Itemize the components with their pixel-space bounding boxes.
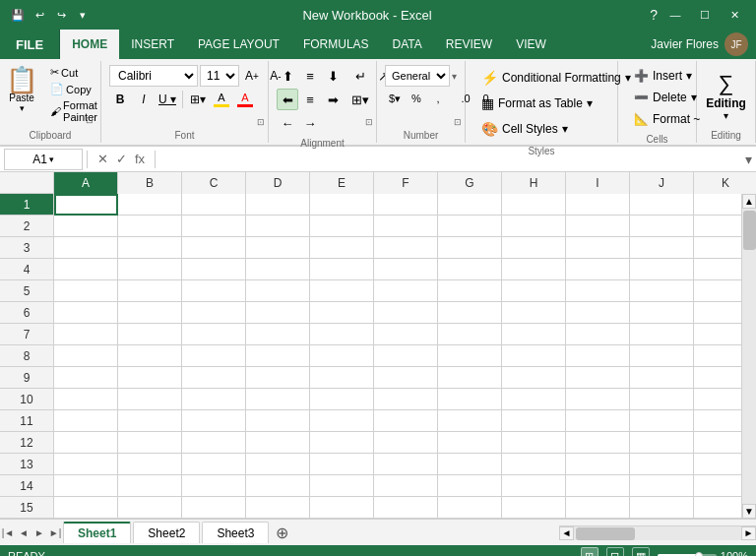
cell-I11[interactable] (566, 410, 630, 432)
cell-J15[interactable] (630, 497, 694, 519)
comma-button[interactable]: , (428, 89, 448, 108)
row-number-11[interactable]: 11 (0, 410, 53, 432)
format-button[interactable]: 📐 Format ~ (628, 110, 686, 128)
number-format-select[interactable]: General (385, 65, 450, 87)
sheet-nav-last[interactable]: ►| (47, 522, 63, 543)
cell-D14[interactable] (246, 475, 310, 497)
cell-D2[interactable] (246, 216, 310, 237)
cell-D6[interactable] (246, 302, 310, 324)
cell-K4[interactable] (694, 259, 741, 280)
cell-B13[interactable] (118, 454, 182, 475)
tab-formulas[interactable]: FORMULAS (291, 30, 381, 59)
cell-B5[interactable] (118, 280, 182, 302)
cell-H11[interactable] (502, 410, 566, 432)
cell-K11[interactable] (694, 410, 741, 432)
sheet-nav-prev[interactable]: ◄ (16, 522, 32, 543)
page-layout-view-button[interactable]: ⊡ (606, 547, 624, 556)
tab-review[interactable]: REVIEW (434, 30, 504, 59)
cell-E15[interactable] (310, 497, 374, 519)
cell-I4[interactable] (566, 259, 630, 280)
row-number-3[interactable]: 3 (0, 237, 53, 259)
percent-button[interactable]: % (407, 89, 426, 108)
cell-J10[interactable] (630, 389, 694, 410)
cell-B6[interactable] (118, 302, 182, 324)
cell-B14[interactable] (118, 475, 182, 497)
customize-icon[interactable]: ▾ (73, 5, 93, 25)
cell-G9[interactable] (438, 367, 502, 389)
cell-K8[interactable] (694, 345, 741, 367)
cell-G14[interactable] (438, 475, 502, 497)
minimize-button[interactable]: — (662, 4, 689, 26)
cell-E6[interactable] (310, 302, 374, 324)
cell-styles-button[interactable]: 🎨 Cell Styles ▾ (475, 118, 607, 140)
cell-K7[interactable] (694, 324, 741, 345)
tab-file[interactable]: FILE (0, 30, 60, 59)
cell-G11[interactable] (438, 410, 502, 432)
cell-A14[interactable] (54, 475, 118, 497)
cell-J1[interactable] (630, 194, 694, 216)
col-header-G[interactable]: G (438, 172, 502, 194)
cell-C4[interactable] (182, 259, 246, 280)
italic-button[interactable]: I (133, 89, 155, 110)
cell-D1[interactable] (246, 194, 310, 216)
cell-D5[interactable] (246, 280, 310, 302)
cell-E2[interactable] (310, 216, 374, 237)
cell-J8[interactable] (630, 345, 694, 367)
cell-C13[interactable] (182, 454, 246, 475)
cell-A9[interactable] (54, 367, 118, 389)
sheet-tab-sheet1[interactable]: Sheet1 (63, 522, 131, 543)
sheet-nav-first[interactable]: |◄ (0, 522, 16, 543)
row-number-8[interactable]: 8 (0, 345, 53, 367)
cell-G6[interactable] (438, 302, 502, 324)
cell-E4[interactable] (310, 259, 374, 280)
cell-C10[interactable] (182, 389, 246, 410)
row-number-6[interactable]: 6 (0, 302, 53, 324)
cell-A12[interactable] (54, 432, 118, 454)
cell-K13[interactable] (694, 454, 741, 475)
cell-K9[interactable] (694, 367, 741, 389)
cell-G3[interactable] (438, 237, 502, 259)
scroll-track-horizontal[interactable] (574, 526, 741, 540)
cell-D10[interactable] (246, 389, 310, 410)
scroll-left-button[interactable]: ◄ (559, 526, 574, 540)
font-family-select[interactable]: Calibri (109, 65, 198, 87)
cell-B12[interactable] (118, 432, 182, 454)
col-header-J[interactable]: J (630, 172, 694, 194)
row-number-15[interactable]: 15 (0, 497, 53, 519)
cell-A2[interactable] (54, 216, 118, 237)
cell-C12[interactable] (182, 432, 246, 454)
cell-K10[interactable] (694, 389, 741, 410)
scroll-thumb-vertical[interactable] (743, 211, 756, 250)
col-header-E[interactable]: E (310, 172, 374, 194)
sheet-tab-sheet3[interactable]: Sheet3 (202, 522, 269, 543)
cell-D13[interactable] (246, 454, 310, 475)
cell-A5[interactable] (54, 280, 118, 302)
cell-A10[interactable] (54, 389, 118, 410)
tab-home[interactable]: HOME (60, 30, 119, 59)
cell-G1[interactable] (438, 194, 502, 216)
page-break-view-button[interactable]: ▦ (632, 547, 650, 556)
cell-F1[interactable] (374, 194, 438, 216)
cell-H7[interactable] (502, 324, 566, 345)
cell-E14[interactable] (310, 475, 374, 497)
cell-E9[interactable] (310, 367, 374, 389)
cell-F14[interactable] (374, 475, 438, 497)
cell-C15[interactable] (182, 497, 246, 519)
cell-C7[interactable] (182, 324, 246, 345)
cell-J6[interactable] (630, 302, 694, 324)
border-button[interactable]: ⊞▾ (187, 89, 209, 110)
cell-E13[interactable] (310, 454, 374, 475)
cell-A8[interactable] (54, 345, 118, 367)
cell-F9[interactable] (374, 367, 438, 389)
grow-font-button[interactable]: A+ (241, 65, 263, 87)
cell-A1[interactable] (54, 194, 118, 216)
cell-K14[interactable] (694, 475, 741, 497)
cell-B4[interactable] (118, 259, 182, 280)
cell-I14[interactable] (566, 475, 630, 497)
cell-D15[interactable] (246, 497, 310, 519)
cell-A7[interactable] (54, 324, 118, 345)
cell-A13[interactable] (54, 454, 118, 475)
copy-button[interactable]: 📄 Copy (47, 82, 100, 96)
cell-C8[interactable] (182, 345, 246, 367)
cell-B3[interactable] (118, 237, 182, 259)
